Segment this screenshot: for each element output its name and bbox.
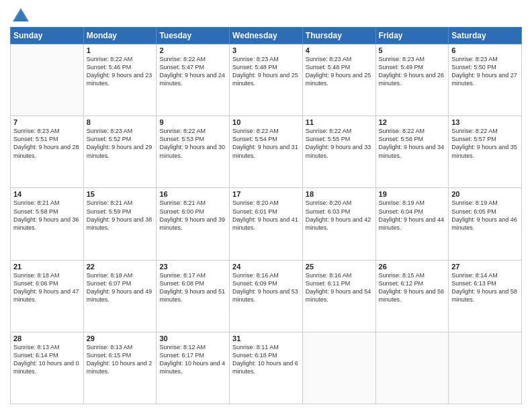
day-info: Sunrise: 8:13 AMSunset: 6:15 PMDaylight:… — [87, 343, 154, 376]
day-info: Sunrise: 8:16 AMSunset: 6:11 PMDaylight:… — [306, 271, 373, 304]
calendar-cell: 13Sunrise: 8:22 AMSunset: 5:57 PMDayligh… — [449, 116, 522, 188]
day-number: 4 — [306, 46, 373, 54]
day-number: 19 — [379, 190, 446, 198]
calendar-cell: 22Sunrise: 8:18 AMSunset: 6:07 PMDayligh… — [83, 260, 157, 332]
calendar-cell: 24Sunrise: 8:16 AMSunset: 6:09 PMDayligh… — [230, 260, 303, 332]
calendar-cell: 17Sunrise: 8:20 AMSunset: 6:01 PMDayligh… — [230, 188, 303, 260]
calendar-cell: 1Sunrise: 8:22 AMSunset: 5:46 PMDaylight… — [83, 44, 157, 116]
calendar-cell — [302, 332, 375, 404]
day-number: 21 — [13, 263, 81, 271]
weekday-header-friday: Friday — [375, 28, 449, 44]
day-number: 15 — [87, 190, 154, 198]
day-number: 28 — [13, 334, 81, 342]
weekday-header-sunday: Sunday — [11, 28, 84, 44]
day-number: 13 — [451, 118, 519, 126]
calendar-cell: 11Sunrise: 8:22 AMSunset: 5:55 PMDayligh… — [302, 116, 375, 188]
day-number: 5 — [379, 46, 446, 54]
day-info: Sunrise: 8:23 AMSunset: 5:48 PMDaylight:… — [306, 55, 373, 88]
calendar-cell: 30Sunrise: 8:12 AMSunset: 6:17 PMDayligh… — [157, 332, 230, 404]
calendar-cell: 19Sunrise: 8:19 AMSunset: 6:04 PMDayligh… — [375, 188, 449, 260]
day-info: Sunrise: 8:22 AMSunset: 5:55 PMDaylight:… — [306, 127, 373, 160]
day-info: Sunrise: 8:12 AMSunset: 6:17 PMDaylight:… — [159, 343, 226, 376]
calendar-cell: 23Sunrise: 8:17 AMSunset: 6:08 PMDayligh… — [157, 260, 230, 332]
day-info: Sunrise: 8:18 AMSunset: 6:07 PMDaylight:… — [87, 271, 154, 304]
calendar-cell: 14Sunrise: 8:21 AMSunset: 5:58 PMDayligh… — [11, 188, 84, 260]
day-number: 17 — [232, 190, 300, 198]
day-number: 2 — [159, 46, 226, 54]
day-info: Sunrise: 8:14 AMSunset: 6:13 PMDaylight:… — [451, 271, 519, 304]
day-number: 29 — [87, 334, 154, 342]
day-number: 3 — [232, 46, 300, 54]
weekday-header-wednesday: Wednesday — [230, 28, 303, 44]
day-info: Sunrise: 8:18 AMSunset: 6:06 PMDaylight:… — [13, 271, 81, 304]
day-info: Sunrise: 8:22 AMSunset: 5:57 PMDaylight:… — [451, 127, 519, 160]
header — [10, 7, 522, 21]
day-number: 23 — [159, 263, 226, 271]
weekday-header-saturday: Saturday — [449, 28, 522, 44]
day-info: Sunrise: 8:19 AMSunset: 6:05 PMDaylight:… — [451, 199, 519, 232]
day-number: 20 — [451, 190, 519, 198]
calendar-page: SundayMondayTuesdayWednesdayThursdayFrid… — [0, 0, 532, 411]
calendar-table: SundayMondayTuesdayWednesdayThursdayFrid… — [10, 27, 522, 404]
day-info: Sunrise: 8:20 AMSunset: 6:03 PMDaylight:… — [306, 199, 373, 232]
calendar-week-row: 7Sunrise: 8:23 AMSunset: 5:51 PMDaylight… — [11, 116, 522, 188]
calendar-cell: 29Sunrise: 8:13 AMSunset: 6:15 PMDayligh… — [83, 332, 157, 404]
calendar-cell: 4Sunrise: 8:23 AMSunset: 5:48 PMDaylight… — [302, 44, 375, 116]
day-number: 24 — [232, 263, 300, 271]
day-info: Sunrise: 8:23 AMSunset: 5:49 PMDaylight:… — [379, 55, 446, 88]
calendar-cell: 31Sunrise: 8:11 AMSunset: 6:18 PMDayligh… — [230, 332, 303, 404]
day-number: 25 — [306, 263, 373, 271]
calendar-cell: 20Sunrise: 8:19 AMSunset: 6:05 PMDayligh… — [449, 188, 522, 260]
calendar-cell: 25Sunrise: 8:16 AMSunset: 6:11 PMDayligh… — [302, 260, 375, 332]
day-info: Sunrise: 8:22 AMSunset: 5:46 PMDaylight:… — [87, 55, 154, 88]
day-info: Sunrise: 8:19 AMSunset: 6:04 PMDaylight:… — [379, 199, 446, 232]
calendar-cell: 21Sunrise: 8:18 AMSunset: 6:06 PMDayligh… — [11, 260, 84, 332]
calendar-cell: 5Sunrise: 8:23 AMSunset: 5:49 PMDaylight… — [375, 44, 449, 116]
day-info: Sunrise: 8:21 AMSunset: 6:00 PMDaylight:… — [159, 199, 226, 232]
calendar-cell: 16Sunrise: 8:21 AMSunset: 6:00 PMDayligh… — [157, 188, 230, 260]
calendar-cell: 12Sunrise: 8:22 AMSunset: 5:56 PMDayligh… — [375, 116, 449, 188]
day-info: Sunrise: 8:13 AMSunset: 6:14 PMDaylight:… — [13, 343, 81, 376]
calendar-cell: 27Sunrise: 8:14 AMSunset: 6:13 PMDayligh… — [449, 260, 522, 332]
weekday-header-row: SundayMondayTuesdayWednesdayThursdayFrid… — [11, 28, 522, 44]
day-info: Sunrise: 8:21 AMSunset: 5:59 PMDaylight:… — [87, 199, 154, 232]
calendar-cell: 8Sunrise: 8:23 AMSunset: 5:52 PMDaylight… — [83, 116, 157, 188]
calendar-week-row: 21Sunrise: 8:18 AMSunset: 6:06 PMDayligh… — [11, 260, 522, 332]
day-number: 16 — [159, 190, 226, 198]
day-number: 6 — [451, 46, 519, 54]
day-info: Sunrise: 8:20 AMSunset: 6:01 PMDaylight:… — [232, 199, 300, 232]
weekday-header-tuesday: Tuesday — [157, 28, 230, 44]
day-number: 9 — [159, 118, 226, 126]
calendar-cell: 3Sunrise: 8:23 AMSunset: 5:48 PMDaylight… — [230, 44, 303, 116]
day-info: Sunrise: 8:21 AMSunset: 5:58 PMDaylight:… — [13, 199, 81, 232]
day-info: Sunrise: 8:17 AMSunset: 6:08 PMDaylight:… — [159, 271, 226, 304]
calendar-cell — [449, 332, 522, 404]
calendar-cell: 15Sunrise: 8:21 AMSunset: 5:59 PMDayligh… — [83, 188, 157, 260]
day-number: 1 — [87, 46, 154, 54]
day-info: Sunrise: 8:15 AMSunset: 6:12 PMDaylight:… — [379, 271, 446, 304]
day-info: Sunrise: 8:16 AMSunset: 6:09 PMDaylight:… — [232, 271, 300, 304]
calendar-week-row: 14Sunrise: 8:21 AMSunset: 5:58 PMDayligh… — [11, 188, 522, 260]
day-info: Sunrise: 8:23 AMSunset: 5:48 PMDaylight:… — [232, 55, 300, 88]
calendar-cell: 6Sunrise: 8:23 AMSunset: 5:50 PMDaylight… — [449, 44, 522, 116]
calendar-cell: 2Sunrise: 8:22 AMSunset: 5:47 PMDaylight… — [157, 44, 230, 116]
calendar-week-row: 1Sunrise: 8:22 AMSunset: 5:46 PMDaylight… — [11, 44, 522, 116]
day-number: 31 — [232, 334, 300, 342]
day-info: Sunrise: 8:23 AMSunset: 5:51 PMDaylight:… — [13, 127, 81, 160]
calendar-cell: 10Sunrise: 8:22 AMSunset: 5:54 PMDayligh… — [230, 116, 303, 188]
day-number: 27 — [451, 263, 519, 271]
calendar-cell — [11, 44, 84, 116]
day-info: Sunrise: 8:22 AMSunset: 5:53 PMDaylight:… — [159, 127, 226, 160]
day-number: 18 — [306, 190, 373, 198]
day-number: 14 — [13, 190, 81, 198]
calendar-cell: 18Sunrise: 8:20 AMSunset: 6:03 PMDayligh… — [302, 188, 375, 260]
calendar-week-row: 28Sunrise: 8:13 AMSunset: 6:14 PMDayligh… — [11, 332, 522, 404]
calendar-cell: 7Sunrise: 8:23 AMSunset: 5:51 PMDaylight… — [11, 116, 84, 188]
day-number: 22 — [87, 263, 154, 271]
day-info: Sunrise: 8:22 AMSunset: 5:54 PMDaylight:… — [232, 127, 300, 160]
logo-icon — [11, 7, 30, 26]
day-number: 8 — [87, 118, 154, 126]
day-info: Sunrise: 8:22 AMSunset: 5:47 PMDaylight:… — [159, 55, 226, 88]
day-number: 30 — [159, 334, 226, 342]
day-info: Sunrise: 8:23 AMSunset: 5:50 PMDaylight:… — [451, 55, 519, 88]
